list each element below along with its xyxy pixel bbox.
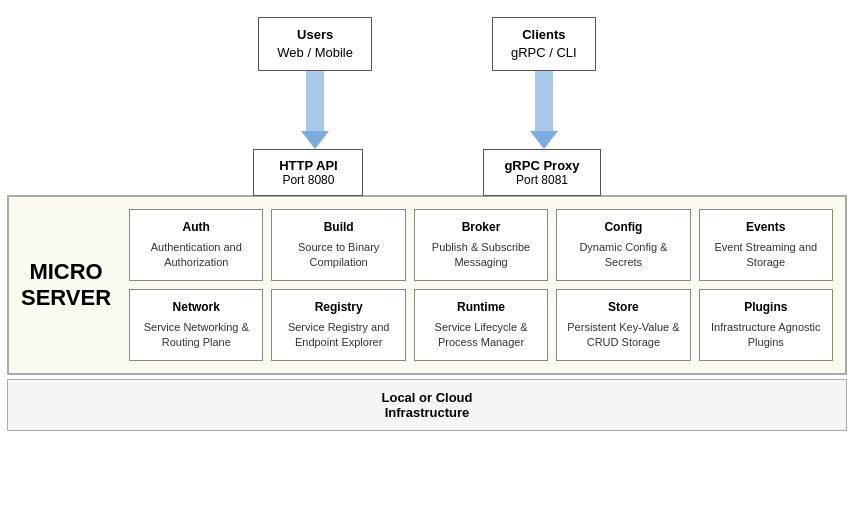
clients-box: Clients gRPC / CLI: [492, 17, 596, 71]
users-subtitle: Web / Mobile: [277, 44, 353, 62]
service-build-desc: Source to Binary Compilation: [280, 240, 396, 270]
service-network-desc: Service Networking & Routing Plane: [138, 320, 254, 350]
service-grid: Auth Authentication and Authorization Bu…: [129, 209, 833, 360]
grpc-proxy-box: gRPC Proxy Port 8081: [483, 149, 600, 196]
service-runtime-desc: Service Lifecycle & Process Manager: [423, 320, 539, 350]
service-broker-desc: Publish & Subscribe Messaging: [423, 240, 539, 270]
service-registry-desc: Service Registry and Endpoint Explorer: [280, 320, 396, 350]
service-plugins: Plugins Infrastructure Agnostic Plugins: [699, 289, 833, 361]
service-store-title: Store: [608, 300, 639, 314]
service-registry-title: Registry: [315, 300, 363, 314]
server-label: MICROSERVER: [21, 209, 119, 360]
clients-subtitle: gRPC / CLI: [511, 44, 577, 62]
service-registry: Registry Service Registry and Endpoint E…: [271, 289, 405, 361]
users-box: Users Web / Mobile: [258, 17, 372, 71]
service-auth: Auth Authentication and Authorization: [129, 209, 263, 281]
service-plugins-desc: Infrastructure Agnostic Plugins: [708, 320, 824, 350]
users-title: Users: [277, 26, 353, 44]
http-api-title: HTTP API: [274, 158, 342, 173]
service-auth-desc: Authentication and Authorization: [138, 240, 254, 270]
service-runtime-title: Runtime: [457, 300, 505, 314]
diagram-wrapper: Users Web / Mobile Clients gRPC / CLI HT…: [7, 7, 847, 522]
infrastructure-title: Local or Cloud Infrastructure: [18, 390, 836, 420]
users-arrow-head: [301, 131, 329, 149]
clients-column: Clients gRPC / CLI: [492, 17, 596, 149]
api-row: HTTP API Port 8080 gRPC Proxy Port 8081: [253, 149, 600, 196]
service-events-title: Events: [746, 220, 785, 234]
service-events: Events Event Streaming and Storage: [699, 209, 833, 281]
users-column: Users Web / Mobile: [258, 17, 372, 149]
top-section: Users Web / Mobile Clients gRPC / CLI: [7, 7, 847, 149]
service-broker-title: Broker: [462, 220, 501, 234]
service-network: Network Service Networking & Routing Pla…: [129, 289, 263, 361]
service-runtime: Runtime Service Lifecycle & Process Mana…: [414, 289, 548, 361]
grpc-proxy-title: gRPC Proxy: [504, 158, 579, 173]
service-network-title: Network: [173, 300, 220, 314]
service-broker: Broker Publish & Subscribe Messaging: [414, 209, 548, 281]
http-api-box: HTTP API Port 8080: [253, 149, 363, 196]
service-auth-title: Auth: [183, 220, 210, 234]
service-plugins-title: Plugins: [744, 300, 787, 314]
service-config-desc: Dynamic Config & Secrets: [565, 240, 681, 270]
server-container: MICROSERVER Auth Authentication and Auth…: [7, 195, 847, 374]
clients-arrow-head: [530, 131, 558, 149]
service-events-desc: Event Streaming and Storage: [708, 240, 824, 270]
service-build-title: Build: [324, 220, 354, 234]
infra-line1: Local or Cloud: [382, 390, 473, 405]
users-arrow-shaft: [306, 71, 324, 131]
infra-line2: Infrastructure: [385, 405, 470, 420]
infrastructure-box: Local or Cloud Infrastructure: [7, 379, 847, 431]
service-store-desc: Persistent Key-Value & CRUD Storage: [565, 320, 681, 350]
clients-arrow-shaft: [535, 71, 553, 131]
service-config: Config Dynamic Config & Secrets: [556, 209, 690, 281]
service-store: Store Persistent Key-Value & CRUD Storag…: [556, 289, 690, 361]
http-api-subtitle: Port 8080: [274, 173, 342, 187]
grpc-proxy-subtitle: Port 8081: [504, 173, 579, 187]
service-config-title: Config: [604, 220, 642, 234]
clients-title: Clients: [511, 26, 577, 44]
service-build: Build Source to Binary Compilation: [271, 209, 405, 281]
